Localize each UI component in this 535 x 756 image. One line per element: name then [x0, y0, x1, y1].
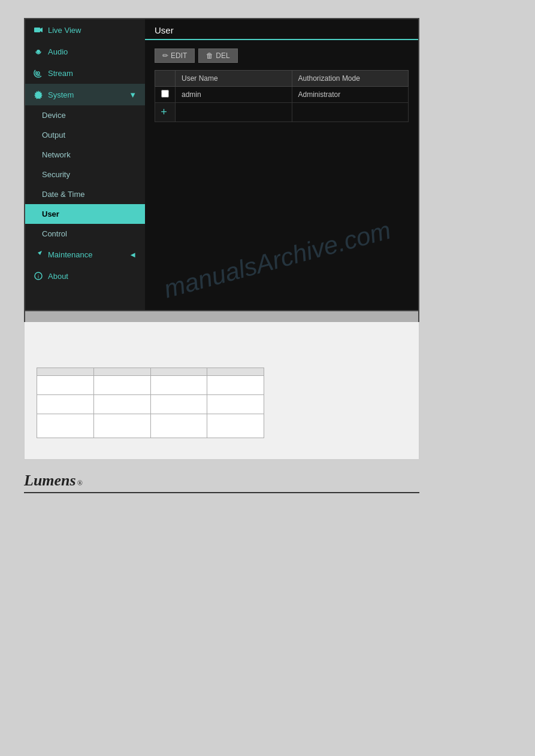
col-authmode: Authorization Mode [292, 71, 409, 87]
doc-cell [37, 414, 94, 438]
doc-cell [207, 376, 264, 395]
watermark: manualsArchive.com [161, 215, 394, 303]
sidebar-item-system[interactable]: System ▼ [25, 84, 145, 105]
doc-cell [93, 376, 150, 395]
del-button[interactable]: 🗑 DEL [198, 48, 237, 63]
doc-table-row [37, 376, 264, 395]
table-row: admin Administrator [155, 87, 409, 103]
gear-icon [34, 90, 43, 99]
doc-cell [37, 395, 94, 414]
svg-text:i: i [38, 274, 39, 280]
cell-username: admin [176, 87, 292, 103]
doc-cell [150, 414, 207, 438]
doc-cell [93, 395, 150, 414]
system-submenu: Device Output Network Security Date & Ti… [25, 105, 145, 244]
sidebar-label-live-view: Live View [48, 26, 81, 35]
sidebar-item-network[interactable]: Network [25, 145, 145, 165]
new-username-input[interactable] [182, 108, 286, 117]
svg-marker-1 [40, 28, 43, 32]
sidebar-label-about: About [48, 272, 68, 281]
doc-table [37, 368, 264, 438]
doc-cell [150, 395, 207, 414]
doc-col-4 [207, 368, 264, 376]
row-checkbox-cell[interactable] [155, 87, 176, 103]
sidebar-item-device[interactable]: Device [25, 105, 145, 125]
sidebar-label-stream: Stream [48, 69, 73, 78]
audio-icon [34, 47, 43, 56]
sidebar-item-output[interactable]: Output [25, 125, 145, 145]
sidebar-item-user[interactable]: User [25, 204, 145, 224]
sidebar-label-control: Control [42, 229, 67, 238]
main-content: User ✏ EDIT 🗑 DEL [145, 19, 418, 310]
sidebar-label-user: User [42, 210, 59, 218]
row-checkbox[interactable] [161, 90, 169, 98]
cell-authmode: Administrator [292, 87, 409, 103]
sidebar-item-security[interactable]: Security [25, 165, 145, 184]
svg-rect-0 [34, 28, 40, 32]
info-icon: i [34, 271, 43, 281]
sidebar-label-network: Network [42, 150, 71, 159]
logo-text: Lumens [24, 472, 76, 490]
doc-cell [207, 395, 264, 414]
content-header: User [145, 19, 418, 40]
camera-icon [34, 25, 43, 35]
bottom-section [24, 322, 419, 460]
new-username-cell[interactable] [176, 103, 292, 122]
separator-bar [24, 311, 419, 322]
edit-button[interactable]: ✏ EDIT [155, 48, 195, 63]
sidebar-label-datetime: Date & Time [42, 190, 85, 199]
sidebar-label-security: Security [42, 170, 70, 179]
doc-table-row [37, 414, 264, 438]
user-table: User Name Authorization Mode admin Admin… [155, 70, 409, 122]
page-title: User [155, 25, 174, 35]
footer-line [24, 492, 419, 493]
doc-col-1 [37, 368, 94, 376]
svg-point-3 [37, 72, 40, 74]
doc-table-row [37, 395, 264, 414]
wrench-icon [34, 250, 43, 259]
trash-icon: 🗑 [206, 51, 213, 60]
new-authmode-cell[interactable] [292, 103, 409, 122]
sidebar-label-audio: Audio [48, 47, 68, 56]
doc-cell [150, 376, 207, 395]
sidebar-label-system: System [48, 90, 74, 99]
content-body: ✏ EDIT 🗑 DEL User Name Authorizatio [145, 40, 418, 130]
sidebar-label-device: Device [42, 111, 66, 120]
doc-col-3 [150, 368, 207, 376]
maintenance-arrow: ◄ [129, 250, 137, 259]
sidebar-label-maintenance: Maintenance [48, 250, 92, 259]
ui-panel: Live View Audio [24, 18, 419, 311]
system-expand-arrow: ▼ [129, 90, 137, 99]
footer: Lumens® [24, 460, 419, 499]
sidebar-label-output: Output [42, 130, 65, 139]
sidebar-item-audio[interactable]: Audio [25, 41, 145, 62]
table-add-row: + [155, 103, 409, 122]
new-authmode-input[interactable] [298, 108, 403, 117]
doc-cell [37, 376, 94, 395]
toolbar: ✏ EDIT 🗑 DEL [155, 48, 409, 63]
svg-point-2 [37, 50, 40, 53]
doc-cell [207, 414, 264, 438]
sidebar-item-about[interactable]: i About [25, 265, 145, 287]
sidebar-item-live-view[interactable]: Live View [25, 19, 145, 41]
add-row-icon[interactable]: + [155, 103, 176, 122]
doc-col-2 [93, 368, 150, 376]
stream-icon [34, 68, 43, 78]
col-username: User Name [176, 71, 292, 87]
edit-icon: ✏ [162, 51, 168, 60]
trademark-symbol: ® [77, 479, 83, 488]
sidebar-item-control[interactable]: Control [25, 224, 145, 244]
lumens-logo: Lumens® [24, 472, 419, 490]
sidebar-item-maintenance[interactable]: Maintenance ◄ [25, 244, 145, 265]
doc-cell [93, 414, 150, 438]
sidebar: Live View Audio [25, 19, 145, 310]
sidebar-item-stream[interactable]: Stream [25, 62, 145, 84]
sidebar-item-datetime[interactable]: Date & Time [25, 184, 145, 204]
